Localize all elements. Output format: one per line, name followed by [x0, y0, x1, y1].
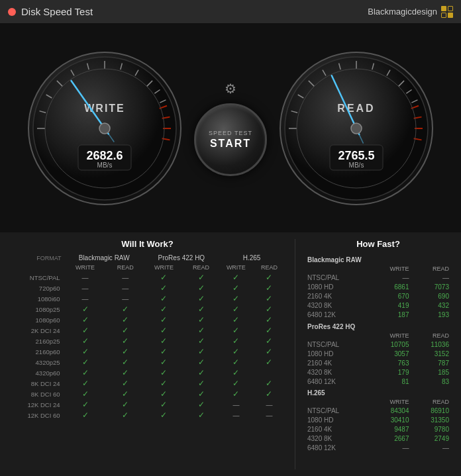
read-gauge: READ 2765.5 MB/s — [277, 49, 436, 208]
will-it-work-panel: Will It Work? FORMAT Blackmagic RAW ProR… — [10, 239, 285, 469]
close-button[interactable] — [8, 8, 16, 16]
svg-text:MB/s: MB/s — [349, 162, 364, 169]
panel-divider — [295, 239, 295, 469]
how-fast-section-header: ProRes 422 HQ — [305, 320, 451, 332]
how-fast-panel: How Fast? Blackmagic RAWWRITEREADNTSC/PA… — [305, 239, 451, 469]
brand-logo: Blackmagicdesign — [368, 6, 453, 18]
how-fast-row: 6480 12K—— — [305, 444, 451, 453]
how-fast-section-header: H.265 — [305, 386, 451, 398]
will-it-row: 2160p60✓✓✓✓✓✓ — [10, 346, 285, 357]
col-h265-read: READ — [254, 263, 285, 272]
how-fast-row: NTSC/PAL8430486910 — [305, 406, 451, 416]
bmd-sq-3 — [441, 13, 446, 18]
how-fast-row: NTSC/PAL—— — [305, 273, 451, 283]
read-gauge-svg: READ 2765.5 MB/s — [277, 49, 436, 208]
how-fast-row: 4320 8K179185 — [305, 367, 451, 377]
will-it-row: 8K DCI 24✓✓✓✓✓✓ — [10, 378, 285, 389]
svg-text:2682.6: 2682.6 — [86, 149, 123, 162]
will-it-row: 4320p60✓✓✓✓✓ — [10, 367, 285, 378]
how-fast-col-headers: WRITEREAD — [305, 265, 451, 273]
how-fast-row: 4320 8K419432 — [305, 301, 451, 310]
bmd-sq-2 — [448, 6, 453, 11]
center-controls: ⚙ SPEED TEST START — [194, 81, 267, 176]
how-fast-col-headers: WRITEREAD — [305, 398, 451, 406]
col-pro-write: WRITE — [144, 263, 183, 272]
brand-icon — [441, 6, 453, 18]
how-fast-row: 2160 4K94879780 — [305, 425, 451, 434]
will-it-row: 2160p25✓✓✓✓✓✓ — [10, 336, 285, 346]
how-fast-row: 4320 8K26672749 — [305, 434, 451, 444]
svg-point-22 — [99, 123, 110, 134]
col-pro: ProRes 422 HQ — [144, 253, 219, 263]
svg-text:READ: READ — [338, 103, 376, 114]
how-fast-row: 6480 12K187193 — [305, 310, 451, 320]
title-bar: Disk Speed Test Blackmagicdesign — [0, 0, 461, 24]
will-it-row: 4320p25✓✓✓✓✓✓ — [10, 357, 285, 367]
svg-text:MB/s: MB/s — [97, 162, 112, 169]
app-title: Disk Speed Test — [21, 6, 93, 17]
how-fast-row: 2160 4K670690 — [305, 292, 451, 301]
brand-name: Blackmagicdesign — [368, 7, 437, 17]
start-button-main-label: START — [210, 138, 251, 150]
col-format-empty — [10, 263, 64, 272]
bmd-sq-4 — [448, 13, 453, 18]
settings-gear-icon[interactable]: ⚙ — [225, 81, 236, 97]
how-fast-section-header: Blackmagic RAW — [305, 253, 451, 265]
will-it-row: 2K DCI 24✓✓✓✓✓✓ — [10, 325, 285, 336]
col-h265-write: WRITE — [219, 263, 254, 272]
bmd-sq-1 — [441, 6, 446, 11]
col-bmr-write: WRITE — [64, 263, 107, 272]
col-pro-read: READ — [183, 263, 219, 272]
how-fast-title: How Fast? — [305, 239, 451, 249]
will-it-row: 8K DCI 60✓✓✓✓✓✓ — [10, 389, 285, 399]
will-it-row: 1080i60——✓✓✓✓ — [10, 293, 285, 304]
how-fast-row: 1080 HD3041031350 — [305, 416, 451, 425]
write-gauge: WRITE 2682.6 MB/s — [25, 49, 184, 208]
svg-text:2765.5: 2765.5 — [338, 149, 375, 162]
will-it-work-title: Will It Work? — [10, 239, 285, 249]
will-it-row: 1080p60✓✓✓✓✓✓ — [10, 314, 285, 325]
title-bar-left: Disk Speed Test — [8, 6, 93, 17]
col-format: FORMAT — [10, 253, 64, 263]
will-it-row: 12K DCI 60✓✓✓✓—— — [10, 410, 285, 420]
svg-point-48 — [351, 123, 362, 134]
how-fast-row: 6480 12K8183 — [305, 377, 451, 386]
col-bmr: Blackmagic RAW — [64, 253, 144, 263]
how-fast-row: 2160 4K763787 — [305, 358, 451, 367]
how-fast-row: 1080 HD30573152 — [305, 349, 451, 358]
how-fast-row: 1080 HD68617073 — [305, 283, 451, 292]
how-fast-table: Blackmagic RAWWRITEREADNTSC/PAL——1080 HD… — [305, 253, 451, 453]
start-button[interactable]: SPEED TEST START — [194, 103, 267, 176]
data-area: Will It Work? FORMAT Blackmagic RAW ProR… — [0, 232, 461, 476]
will-it-row: 720p60——✓✓✓✓ — [10, 283, 285, 293]
will-it-table: FORMAT Blackmagic RAW ProRes 422 HQ H.26… — [10, 253, 285, 420]
col-h265: H.265 — [219, 253, 285, 263]
col-bmr-read: READ — [107, 263, 144, 272]
write-gauge-svg: WRITE 2682.6 MB/s — [25, 49, 184, 208]
start-button-top-label: SPEED TEST — [209, 130, 252, 136]
will-it-row: NTSC/PAL——✓✓✓✓ — [10, 272, 285, 283]
will-it-row: 12K DCI 24✓✓✓✓—— — [10, 399, 285, 410]
how-fast-row: NTSC/PAL1070511036 — [305, 340, 451, 349]
will-it-row: 1080p25✓✓✓✓✓✓ — [10, 304, 285, 314]
how-fast-col-headers: WRITEREAD — [305, 331, 451, 340]
gauges-area: WRITE 2682.6 MB/s ⚙ SPEED TEST START — [0, 24, 461, 232]
